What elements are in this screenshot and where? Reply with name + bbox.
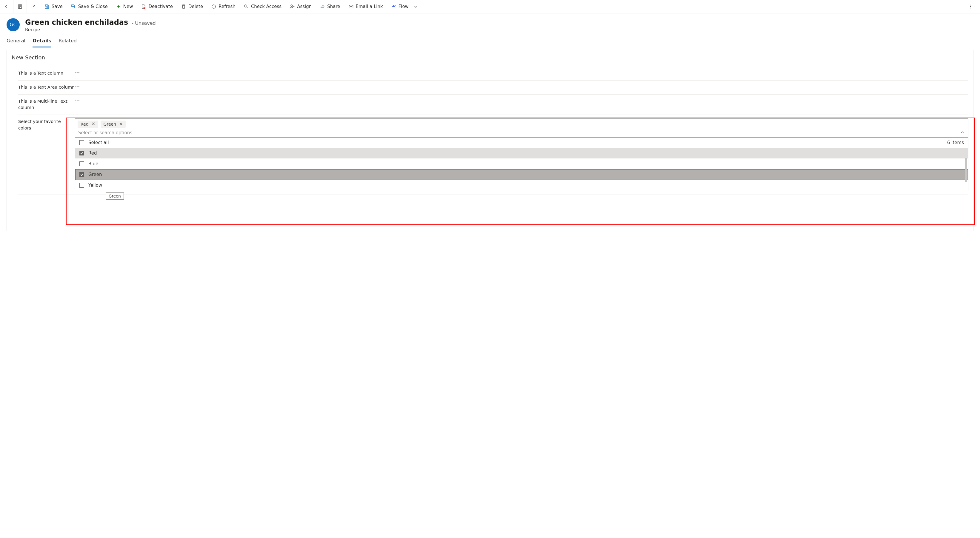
trash-icon [181,4,186,9]
option-green[interactable]: Green [75,169,968,180]
chip-label: Red [81,122,89,127]
chip-remove-red[interactable] [92,122,95,127]
checkbox-icon [80,183,84,188]
select-all-checkbox[interactable] [80,140,84,145]
back-arrow-icon [4,4,9,9]
assign-label: Assign [297,4,312,9]
field-value[interactable]: --- [75,70,80,75]
svg-point-5 [970,5,971,5]
item-count: 6 items [947,140,964,145]
chevron-down-icon [414,4,418,9]
field-textarea-column: This is a Text Area column --- [18,81,968,95]
chevron-up-icon[interactable] [960,130,964,135]
field-label: This is a Text column [18,70,75,77]
multiselect-dropdown: Select all 6 items Red Blue Gr [75,138,968,191]
email-link-label: Email a Link [356,4,383,9]
option-label: Red [88,151,97,156]
flow-icon [391,4,396,9]
new-button[interactable]: New [112,0,137,13]
entity-name: Recipe [25,27,156,33]
dropdown-list: Red Blue Green Yellow Green [75,148,968,190]
page-title: Green chicken enchiladas [25,18,128,27]
option-label: Yellow [88,183,102,188]
svg-rect-4 [349,5,353,8]
refresh-button[interactable]: Refresh [207,0,240,13]
plus-icon [116,4,121,9]
command-bar: Save Save & Close New Deactivate Delete … [0,0,980,13]
form-tabs: General Details Related [0,33,980,48]
section-title: New Section [12,54,968,60]
notes-button[interactable] [13,0,27,13]
save-close-button[interactable]: Save & Close [67,0,112,13]
option-yellow[interactable]: Yellow Green [75,180,968,190]
delete-label: Delete [188,4,203,9]
field-multiline-column: This is a Multi-line Text column --- [18,95,968,115]
tab-related[interactable]: Related [59,38,77,48]
field-value[interactable]: --- [75,84,80,89]
tab-general[interactable]: General [6,38,25,48]
document-icon [18,4,22,9]
save-close-icon [71,4,76,9]
field-label: Select your favorite colors [18,119,75,132]
assign-button[interactable]: Assign [286,0,316,13]
field-label: This is a Multi-line Text column [18,98,75,111]
assign-icon [290,4,294,9]
chip-label: Green [103,122,116,127]
more-vertical-icon [968,4,973,9]
tab-details[interactable]: Details [33,38,51,48]
share-button[interactable]: Share [316,0,344,13]
checkbox-checked-icon [80,151,84,156]
unsaved-badge: - Unsaved [132,20,156,26]
select-all-label[interactable]: Select all [88,140,109,145]
svg-point-2 [245,5,247,7]
chip-green: Green [100,121,126,128]
scrollbar[interactable] [965,158,967,183]
checkbox-icon [80,162,84,166]
field-favorite-colors: Select your favorite colors Red Green [18,115,968,195]
multiselect-control[interactable]: Red Green Select or search options [75,119,968,138]
email-link-button[interactable]: Email a Link [344,0,387,13]
flow-button[interactable]: Flow [387,0,422,13]
deactivate-label: Deactivate [148,4,173,9]
svg-point-7 [970,8,971,8]
popout-button[interactable] [27,0,40,13]
refresh-label: Refresh [218,4,235,9]
flow-label: Flow [399,4,409,9]
overflow-button[interactable] [964,0,977,13]
refresh-icon [212,4,216,9]
check-access-label: Check Access [251,4,282,9]
check-access-button[interactable]: Check Access [240,0,286,13]
svg-point-3 [291,5,293,6]
save-button[interactable]: Save [40,0,67,13]
tooltip: Green [106,192,124,200]
form-panel: New Section This is a Text column --- Th… [6,50,974,231]
option-blue[interactable]: Blue [75,159,968,169]
share-icon [320,4,325,9]
checkbox-checked-icon [80,172,84,177]
multiselect-placeholder: Select or search options [78,130,132,135]
option-red[interactable]: Red [75,148,968,159]
option-label: Blue [88,161,98,167]
delete-button[interactable]: Delete [177,0,207,13]
chip-remove-green[interactable] [119,122,123,127]
option-label: Green [88,172,102,177]
deactivate-icon [141,4,146,9]
new-label: New [123,4,133,9]
dropdown-header: Select all 6 items [75,138,968,148]
save-label: Save [52,4,63,9]
avatar: GC [6,18,20,31]
field-value[interactable]: --- [75,98,80,103]
popout-icon [31,4,36,9]
share-label: Share [327,4,340,9]
svg-point-6 [970,6,971,7]
field-label: This is a Text Area column [18,84,75,91]
chip-red: Red [78,121,98,128]
record-header: GC Green chicken enchiladas - Unsaved Re… [0,13,980,33]
check-access-icon [244,4,249,9]
field-text-column: This is a Text column --- [18,67,968,81]
save-icon [45,4,49,9]
save-close-label: Save & Close [78,4,108,9]
mail-icon [348,4,353,9]
deactivate-button[interactable]: Deactivate [137,0,177,13]
back-button[interactable] [0,0,13,13]
